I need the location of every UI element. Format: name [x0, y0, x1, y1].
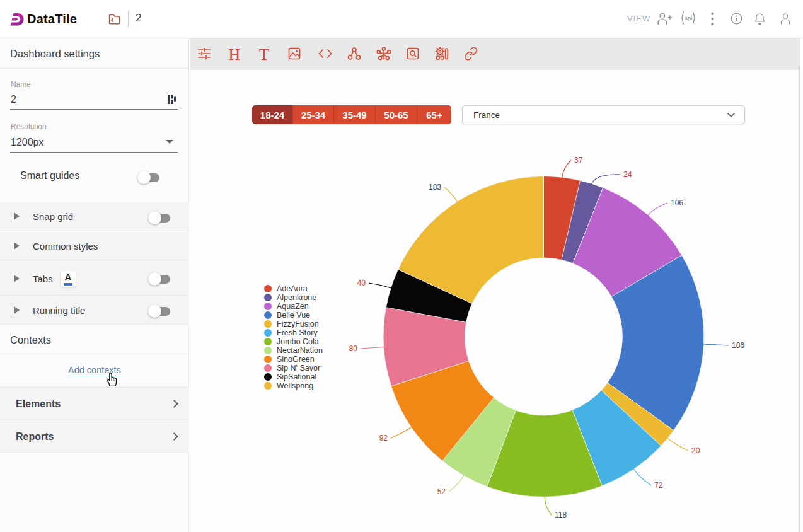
svg-text:80: 80 — [349, 344, 358, 353]
svg-text:183: 183 — [429, 183, 441, 192]
svg-text:118: 118 — [555, 511, 567, 519]
svg-text:106: 106 — [671, 199, 683, 207]
svg-text:24: 24 — [623, 170, 632, 179]
svg-text:52: 52 — [437, 487, 446, 496]
svg-text:37: 37 — [574, 156, 583, 165]
svg-text:40: 40 — [357, 279, 366, 287]
svg-text:92: 92 — [379, 434, 388, 442]
svg-text:72: 72 — [654, 481, 663, 490]
svg-text:20: 20 — [691, 446, 700, 455]
svg-text:186: 186 — [732, 341, 744, 350]
